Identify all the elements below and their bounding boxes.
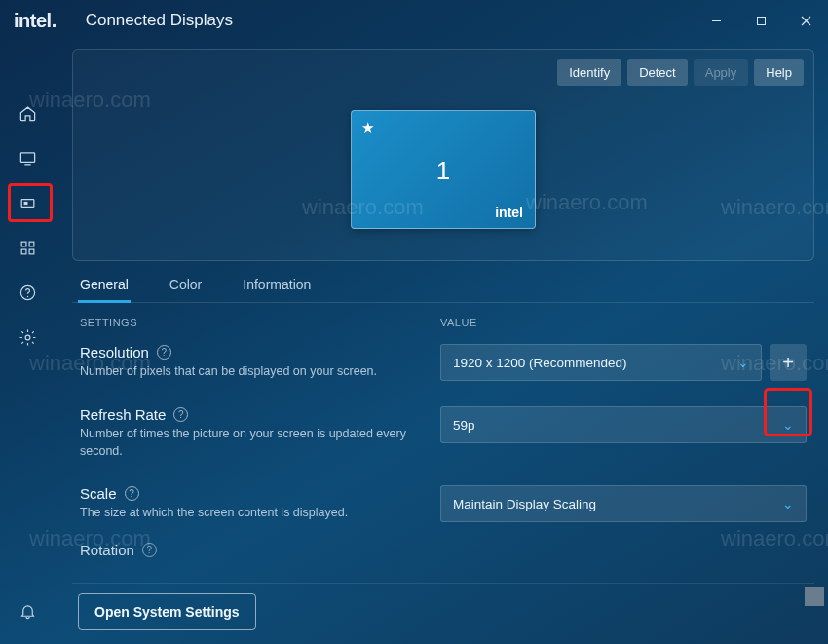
app-body: Identify Detect Apply Help ★ 1 intel Gen… xyxy=(0,41,828,644)
chevron-down-icon: ⌄ xyxy=(782,417,794,433)
close-button[interactable] xyxy=(783,5,828,36)
sidebar xyxy=(0,41,55,644)
help-icon[interactable]: ? xyxy=(125,486,139,501)
identify-button[interactable]: Identify xyxy=(557,59,621,86)
help-button[interactable]: Help xyxy=(754,59,804,86)
display-number: 1 xyxy=(352,156,535,186)
chevron-down-icon: ⌄ xyxy=(737,355,749,370)
resolution-desc: Number of pixels that can be displayed o… xyxy=(80,363,411,381)
resolution-dropdown[interactable]: 1920 x 1200 (Recommended) ⌄ xyxy=(440,344,762,381)
svg-rect-4 xyxy=(20,152,34,162)
tab-general[interactable]: General xyxy=(80,277,129,302)
svg-rect-8 xyxy=(21,242,26,246)
svg-rect-7 xyxy=(23,201,27,204)
setting-rotation: Rotation ? xyxy=(76,538,810,558)
sidebar-item-notifications[interactable] xyxy=(14,597,41,625)
display-brand: intel xyxy=(495,205,523,220)
scale-value: Maintain Display Scaling xyxy=(453,497,596,511)
rotation-label: Rotation xyxy=(80,542,134,558)
question-icon xyxy=(19,284,37,302)
apply-button[interactable]: Apply xyxy=(694,59,749,86)
detect-button[interactable]: Detect xyxy=(627,59,688,86)
help-icon[interactable]: ? xyxy=(173,407,188,422)
sidebar-item-settings[interactable] xyxy=(14,323,41,351)
setting-resolution: Resolution ? Number of pixels that can b… xyxy=(76,334,810,397)
window-controls xyxy=(694,5,828,36)
titlebar: intel. Connected Displays xyxy=(0,0,828,41)
settings-tabs: General Color Information xyxy=(72,261,814,303)
gear-icon xyxy=(19,328,37,347)
sidebar-item-help[interactable] xyxy=(14,279,41,306)
column-header-settings: SETTINGS xyxy=(80,317,440,328)
brand-logo: intel. xyxy=(14,10,56,32)
refresh-rate-label: Refresh Rate xyxy=(80,406,166,423)
maximize-button[interactable] xyxy=(738,5,783,36)
sidebar-item-home[interactable] xyxy=(14,99,41,127)
tab-information[interactable]: Information xyxy=(243,277,311,302)
display-tile-1[interactable]: ★ 1 intel xyxy=(351,110,536,229)
scale-label: Scale xyxy=(80,485,117,502)
page-title: Connected Displays xyxy=(86,11,233,30)
refresh-rate-desc: Number of times the picture on your scre… xyxy=(80,426,411,460)
help-icon[interactable]: ? xyxy=(142,543,157,557)
scale-desc: The size at which the screen content is … xyxy=(80,505,411,522)
connected-displays-panel: Identify Detect Apply Help ★ 1 intel xyxy=(72,49,814,261)
resolution-label: Resolution xyxy=(80,344,149,360)
column-header-value: VALUE xyxy=(440,317,807,328)
minimize-button[interactable] xyxy=(694,5,738,36)
sidebar-item-display[interactable] xyxy=(14,144,41,171)
bottom-bar: Open System Settings xyxy=(72,583,814,632)
svg-rect-9 xyxy=(29,242,34,246)
monitor-icon xyxy=(19,149,37,168)
open-system-settings-button[interactable]: Open System Settings xyxy=(78,593,256,630)
video-icon xyxy=(19,194,37,212)
grid-icon xyxy=(19,239,37,257)
settings-list: Resolution ? Number of pixels that can b… xyxy=(72,334,814,558)
resolution-value: 1920 x 1200 (Recommended) xyxy=(453,356,627,370)
help-icon[interactable]: ? xyxy=(157,345,171,360)
home-icon xyxy=(19,104,37,123)
setting-refresh-rate: Refresh Rate ? Number of times the pictu… xyxy=(76,397,810,475)
refresh-rate-value: 59p xyxy=(453,418,475,433)
columns-header: SETTINGS VALUE xyxy=(72,317,814,328)
scrollbar-thumb[interactable] xyxy=(805,587,824,606)
svg-point-13 xyxy=(26,295,27,296)
panel-action-bar: Identify Detect Apply Help xyxy=(557,59,804,86)
svg-point-14 xyxy=(25,335,30,340)
sidebar-item-apps[interactable] xyxy=(14,234,41,261)
tab-color[interactable]: Color xyxy=(169,277,202,302)
plus-icon: + xyxy=(782,352,794,374)
chevron-down-icon: ⌄ xyxy=(782,496,794,511)
setting-scale: Scale ? The size at which the screen con… xyxy=(76,475,810,538)
app-window: intel. Connected Displays xyxy=(0,0,828,644)
add-resolution-button[interactable]: + xyxy=(770,344,807,381)
svg-rect-11 xyxy=(29,249,34,254)
sidebar-item-video[interactable] xyxy=(14,189,41,216)
refresh-rate-dropdown[interactable]: 59p ⌄ xyxy=(440,406,807,443)
scale-dropdown[interactable]: Maintain Display Scaling ⌄ xyxy=(440,485,807,522)
svg-rect-10 xyxy=(21,249,26,254)
star-icon: ★ xyxy=(361,119,374,136)
svg-rect-1 xyxy=(757,17,765,24)
bell-icon xyxy=(19,602,37,621)
main-content: Identify Detect Apply Help ★ 1 intel Gen… xyxy=(55,41,828,644)
